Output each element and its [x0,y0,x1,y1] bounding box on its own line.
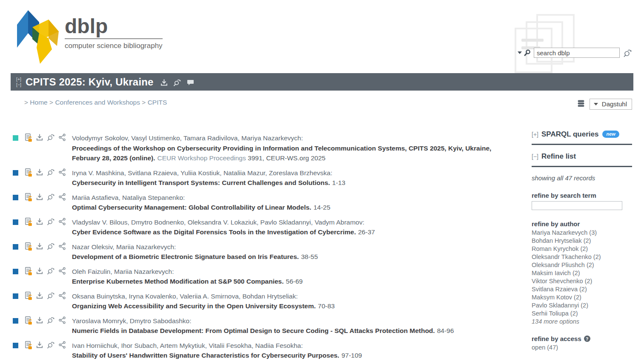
author-link[interactable]: Zoreslava Brzhevska [269,169,331,176]
refine-author-option[interactable]: Svitlana Rzaieva (2) [532,285,632,293]
open-access-details-icon[interactable] [25,292,32,300]
dblp-logo[interactable] [13,7,64,68]
sparql-queries-label[interactable]: SPARQL queries [541,130,598,139]
download-icon[interactable] [160,79,168,86]
search-go-icon[interactable] [623,48,632,57]
refine-author-option[interactable]: Oleksandr Tkachenko (2) [532,253,632,261]
author-link[interactable]: Oleksandra V. Lokaziuk [188,219,257,226]
share-icon[interactable] [59,316,66,325]
entry-type-marker[interactable] [13,318,18,324]
author-link[interactable]: Svitlana Rzaieva [128,169,177,176]
collapse-all-control[interactable]: [−] [16,82,21,87]
author-link[interactable]: Vitalii Fesokha [209,342,252,349]
open-access-details-icon[interactable] [25,218,32,226]
share-icon[interactable] [59,267,66,276]
refine-author-option[interactable]: Bohdan Hrytseliak (2) [532,237,632,245]
publication-title[interactable]: Numeric Fields in Database Development: … [72,327,435,334]
author-link[interactable]: Pavlo Skladannyi [260,219,311,226]
author-link[interactable]: Oleh Faizulin [72,268,110,275]
author-link[interactable]: Mariia Nazarkevych [116,243,174,250]
author-link[interactable]: Ihor Subach [121,342,157,349]
download-icon[interactable] [36,316,43,325]
author-link[interactable]: Nataliya Stepanenko [122,194,183,201]
refine-list-section[interactable]: [−] Refine list [532,152,632,161]
sparql-queries-section[interactable]: [+] SPARQL queries new [532,130,632,139]
share-icon[interactable] [59,242,66,251]
download-icon[interactable] [36,134,43,142]
expand-all-control[interactable]: [+] [16,77,21,82]
open-access-details-icon[interactable] [25,134,32,142]
entry-type-marker[interactable] [13,170,18,176]
publication-title[interactable]: Development of a Biometric Electronic Si… [72,253,299,260]
refine-author-option[interactable]: Pavlo Skladannyi (2) [532,301,632,310]
refine-list-label[interactable]: Refine list [541,152,576,161]
search-external-icon[interactable] [47,292,55,300]
author-link[interactable]: Vasyl Ustimenko [131,134,180,142]
refine-author-option[interactable]: Viktor Shevchenko (2) [532,277,632,285]
refine-search-input[interactable] [532,201,622,210]
author-link[interactable]: Mariia Nazarkevych [114,268,172,275]
collapse-icon[interactable]: [−] [532,153,538,160]
download-icon[interactable] [36,168,43,177]
author-link[interactable]: Volodymyr Sokolov [72,134,128,142]
refine-author-option[interactable]: Maksim Iavich (2) [532,269,632,277]
entry-type-marker[interactable] [13,195,18,200]
entry-type-marker[interactable] [13,343,18,348]
download-icon[interactable] [36,193,43,202]
refine-access-option[interactable]: open (47) [532,344,632,352]
search-scope-caret-icon[interactable] [518,51,522,54]
author-link[interactable]: Yuliia Kostiuk [180,169,220,176]
author-link[interactable]: Nadiia Fesokha [255,342,301,349]
search-external-icon[interactable] [47,341,55,350]
breadcrumb-link[interactable]: CPITS [148,99,167,106]
publication-title[interactable]: Cybersecurity in Intelligent Transport S… [72,179,330,186]
author-link[interactable]: Yaroslava Momryk [72,317,126,324]
expand-icon[interactable]: [+] [532,131,538,138]
author-link[interactable]: Dmytro Sabodashko [130,317,189,324]
share-icon[interactable] [59,168,66,177]
author-link[interactable]: Iryna Kovalenko [129,293,176,300]
publication-title[interactable]: Organizing Web Accessibility and Securit… [72,302,316,310]
publication-title[interactable]: Enterprise Kubernetes Method Modificatio… [72,278,284,285]
download-icon[interactable] [36,218,43,226]
author-link[interactable]: Oksana Buinytska [72,293,125,300]
search-external-icon[interactable] [47,193,55,202]
author-link[interactable]: Mariia Astafieva [72,194,118,201]
author-link[interactable]: Tamara Radivilova [183,134,238,142]
help-icon[interactable]: ? [584,336,590,342]
open-access-details-icon[interactable] [25,316,32,325]
search-external-icon[interactable] [47,134,55,142]
search-external-icon[interactable] [47,316,55,325]
fold-controls[interactable]: [+] [−] [16,77,21,87]
download-icon[interactable] [36,341,43,350]
download-icon[interactable] [36,242,43,251]
view-selector-dropdown[interactable]: Dagstuhl [590,99,632,110]
search-external-icon[interactable] [47,218,55,226]
comment-icon[interactable] [187,79,194,86]
open-access-details-icon[interactable] [25,267,32,276]
open-access-details-icon[interactable] [25,168,32,177]
author-link[interactable]: Dmytro Bodnenko [131,219,184,226]
entry-type-marker[interactable] [13,269,18,274]
refine-author-option[interactable]: Maksym Kotov (2) [532,293,632,301]
venue-link[interactable]: CEUR Workshop Proceedings [157,154,246,162]
download-icon[interactable] [36,267,43,276]
database-icon[interactable] [577,100,585,109]
search-external-icon[interactable] [173,79,181,86]
author-link[interactable]: Vadym Abramov [315,219,363,226]
refine-author-option[interactable]: Roman Kyrychok (2) [532,245,632,253]
entry-type-marker[interactable] [13,135,18,141]
publication-title[interactable]: Cyber Evidence Software as the Digital F… [72,228,356,236]
download-icon[interactable] [36,292,43,300]
breadcrumb-link[interactable]: Conferences and Workshops [55,99,140,106]
author-link[interactable]: Vladyslav V. Bilous [72,219,127,226]
more-author-options[interactable]: 134 more options [532,318,632,326]
open-access-details-icon[interactable] [25,193,32,202]
share-icon[interactable] [59,292,66,300]
author-link[interactable]: Artem Mykytiuk [160,342,205,349]
entry-type-marker[interactable] [13,293,18,299]
open-access-details-icon[interactable] [25,341,32,350]
search-external-icon[interactable] [47,168,55,177]
author-link[interactable]: Nazar Oleksiv [72,243,112,250]
author-link[interactable]: Bohdan Hrytseliak [242,293,296,300]
